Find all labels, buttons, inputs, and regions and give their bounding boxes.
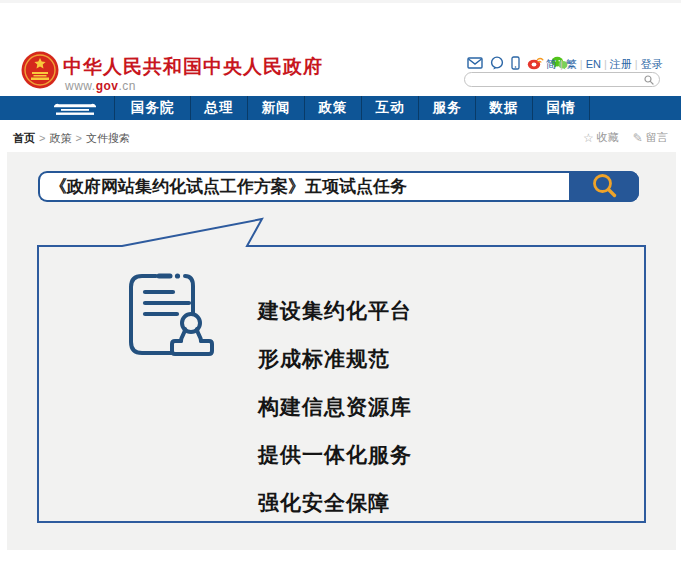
breadcrumb-policy[interactable]: 政策: [49, 132, 71, 144]
separator: |: [635, 58, 638, 70]
nav-item-state-council[interactable]: 国务院: [114, 96, 190, 120]
favorite-label: 收藏: [597, 130, 619, 145]
nav-home-tiananmen-icon[interactable]: [36, 96, 114, 120]
document-stamp-icon: [128, 272, 220, 364]
nav-item-news[interactable]: 新闻: [247, 96, 304, 120]
header-search-input[interactable]: [465, 74, 644, 86]
message-bubble-icon[interactable]: [490, 56, 504, 70]
lang-traditional-link[interactable]: 繁: [566, 58, 577, 70]
page: 中华人民共和国中央人民政府 www.gov.cn 简|繁|EN|注册|登录: [0, 0, 681, 565]
weibo-icon[interactable]: [527, 56, 544, 70]
url-gov: gov: [96, 79, 119, 93]
nav-item-interaction[interactable]: 互动: [361, 96, 418, 120]
nav-item-policy[interactable]: 政策: [304, 96, 361, 120]
task-item-standards: 形成标准规范: [258, 335, 412, 383]
task-item-integrated-services: 提供一体化服务: [258, 431, 412, 479]
mail-icon[interactable]: [467, 57, 483, 69]
url-www: www.: [65, 79, 96, 93]
separator: |: [604, 58, 607, 70]
breadcrumb-home[interactable]: 首页: [13, 132, 35, 144]
separator: |: [560, 58, 563, 70]
task-item-resource-library: 构建信息资源库: [258, 383, 412, 431]
nav-item-premier[interactable]: 总理: [190, 96, 247, 120]
search-field-wrap: [40, 173, 569, 200]
nav-item-services[interactable]: 服务: [418, 96, 475, 120]
header-lang-links: 简|繁|EN|注册|登录: [546, 57, 663, 72]
star-icon: ☆: [583, 131, 594, 145]
pencil-icon: ✎: [633, 131, 643, 145]
comment-label: 留言: [646, 130, 668, 145]
document-search-bar: [38, 171, 639, 202]
login-link[interactable]: 登录: [641, 58, 663, 70]
page-actions: ☆收藏 ✎留言: [583, 130, 668, 145]
task-item-security: 强化安全保障: [258, 479, 412, 527]
national-emblem-logo[interactable]: [21, 51, 59, 89]
lang-en-link[interactable]: EN: [586, 58, 601, 70]
pilot-task-list: 建设集约化平台 形成标准规范 构建信息资源库 提供一体化服务 强化安全保障: [258, 287, 412, 527]
breadcrumb-separator: >: [75, 132, 81, 144]
breadcrumb-separator: >: [39, 132, 45, 144]
magnifier-icon: [591, 173, 618, 200]
nav-item-data[interactable]: 数据: [475, 96, 532, 120]
site-url: www.gov.cn: [65, 79, 136, 93]
favorite-button[interactable]: ☆收藏: [583, 130, 619, 145]
document-search-input[interactable]: [40, 177, 569, 197]
url-cn: .cn: [119, 79, 137, 93]
lang-simplified-link[interactable]: 简: [546, 58, 557, 70]
mobile-phone-icon[interactable]: [511, 56, 520, 70]
nav-item-national[interactable]: 国情: [532, 96, 589, 120]
top-hairline: [0, 0, 681, 3]
separator: |: [580, 58, 583, 70]
task-item-platform: 建设集约化平台: [258, 287, 412, 335]
header-search-icon[interactable]: [644, 75, 654, 85]
main-nav: 国务院 总理 新闻 政策 互动 服务 数据 国情: [0, 96, 681, 120]
header-search-box: [464, 72, 660, 87]
breadcrumb-doc-search[interactable]: 文件搜索: [86, 132, 130, 144]
register-link[interactable]: 注册: [610, 58, 632, 70]
comment-button[interactable]: ✎留言: [633, 130, 668, 145]
site-title[interactable]: 中华人民共和国中央人民政府: [63, 54, 323, 80]
breadcrumb: 首页>政策>文件搜索: [13, 131, 130, 146]
search-button[interactable]: [569, 171, 639, 202]
